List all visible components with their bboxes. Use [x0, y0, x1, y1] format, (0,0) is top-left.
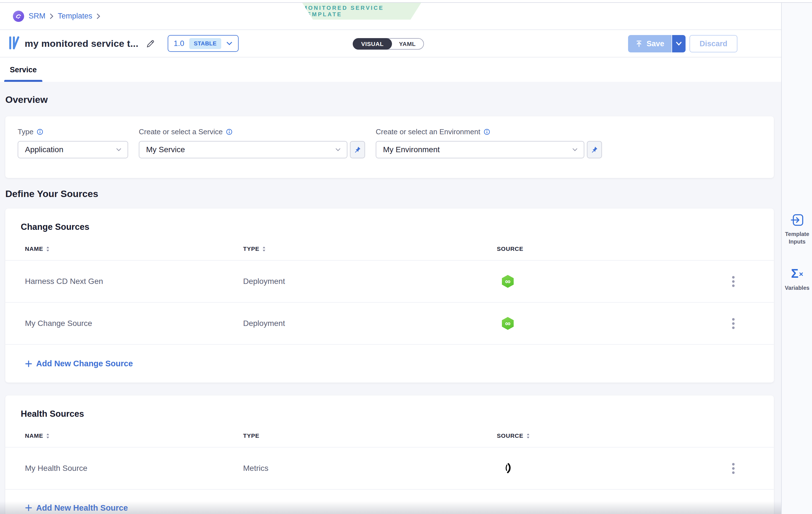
right-rail: Template Inputs Σ× Variables — [781, 3, 812, 514]
column-header-name[interactable]: NAME — [25, 245, 243, 252]
row-options-menu[interactable] — [730, 316, 737, 331]
scroll-shadow — [0, 501, 781, 514]
type-field-label: Type — [18, 127, 33, 136]
appdynamics-icon — [502, 462, 514, 474]
variables-label: Variables — [785, 284, 810, 292]
save-button-label: Save — [646, 39, 664, 48]
overview-card: Type Application Create o — [5, 116, 774, 178]
health-sources-title: Health Sources — [21, 409, 774, 419]
type-field: Type Application — [18, 127, 128, 178]
harness-cd-icon: ∞ — [502, 275, 514, 288]
sort-icon — [262, 246, 266, 252]
template-icon — [9, 36, 20, 51]
sort-icon — [526, 433, 530, 439]
overview-heading: Overview — [5, 82, 781, 105]
chevron-right-icon — [96, 13, 101, 20]
pushpin-icon — [354, 146, 361, 153]
toggle-visual[interactable]: VISUAL — [353, 38, 392, 50]
pin-service-button[interactable] — [350, 141, 365, 158]
change-source-type: Deployment — [243, 319, 497, 328]
change-sources-card: Change Sources NAME TYPE SOURCE Harness … — [5, 209, 774, 383]
edit-title-pencil-icon[interactable] — [146, 39, 155, 48]
variables-button[interactable]: Σ× Variables — [782, 267, 812, 292]
template-inputs-button[interactable]: Template Inputs — [782, 214, 812, 245]
type-select-value: Application — [25, 145, 63, 154]
template-inputs-label: Template Inputs — [782, 231, 812, 245]
chevron-down-icon — [226, 41, 232, 46]
info-icon[interactable] — [226, 129, 232, 135]
change-sources-header-row: NAME TYPE SOURCE — [5, 245, 774, 260]
change-source-name: Harness CD Next Gen — [25, 277, 243, 286]
upload-icon — [635, 40, 643, 48]
pin-environment-button[interactable] — [587, 141, 602, 158]
chevron-down-icon — [675, 41, 682, 46]
column-header-type: TYPE — [243, 432, 497, 439]
column-header-source[interactable]: SOURCE — [497, 432, 728, 439]
define-sources-heading: Define Your Sources — [5, 188, 781, 199]
plus-icon — [25, 360, 32, 367]
save-options-button[interactable] — [671, 35, 686, 52]
pushpin-icon — [591, 146, 598, 153]
chevron-right-icon — [49, 13, 54, 20]
column-header-name[interactable]: NAME — [25, 432, 243, 439]
breadcrumb-templates-link[interactable]: Templates — [58, 12, 92, 21]
title-actions: Save Discard — [628, 35, 737, 52]
version-selector[interactable]: 1.0 STABLE — [168, 35, 239, 52]
template-inputs-icon — [790, 214, 804, 226]
harness-cd-icon: ∞ — [502, 317, 514, 330]
active-tab-underline — [4, 80, 42, 82]
app-window: SRM Templates MONITORED SERVICE TEMPLATE… — [0, 0, 812, 514]
variables-icon: Σ× — [791, 267, 803, 280]
sort-icon — [46, 433, 50, 439]
column-header-type[interactable]: TYPE — [243, 245, 497, 252]
service-field: Create or select a Service My Service — [139, 127, 365, 178]
health-sources-card: Health Sources NAME TYPE SOURCE My Healt… — [5, 395, 774, 514]
health-source-row[interactable]: My Health Source Metrics — [5, 447, 774, 489]
service-field-label: Create or select a Service — [139, 127, 223, 136]
service-select-value: My Service — [146, 145, 185, 154]
discard-button[interactable]: Discard — [690, 35, 737, 52]
change-source-name: My Change Source — [25, 319, 243, 328]
row-options-menu[interactable] — [730, 461, 737, 476]
monitored-service-template-badge: MONITORED SERVICE TEMPLATE — [302, 3, 421, 20]
save-split-button: Save — [628, 35, 686, 52]
template-title-bar: my monitored service t... 1.0 STABLE VIS… — [0, 30, 781, 57]
chevron-down-icon — [572, 148, 578, 151]
environment-select-value: My Environment — [383, 145, 440, 154]
change-source-type: Deployment — [243, 277, 497, 286]
main-content: Overview Type Application — [0, 82, 781, 514]
change-source-row[interactable]: My Change Source Deployment ∞ — [5, 302, 774, 344]
info-icon[interactable] — [37, 129, 43, 135]
environment-select[interactable]: My Environment — [376, 141, 584, 158]
save-button[interactable]: Save — [628, 35, 671, 52]
health-source-type: Metrics — [243, 464, 497, 473]
tabs-bar: Service — [0, 58, 781, 82]
tab-service[interactable]: Service — [4, 58, 42, 82]
sort-icon — [46, 246, 50, 252]
change-sources-title: Change Sources — [21, 222, 774, 232]
chevron-down-icon — [116, 148, 121, 151]
type-select[interactable]: Application — [18, 141, 128, 158]
version-number: 1.0 — [174, 39, 184, 48]
column-header-source: SOURCE — [497, 245, 728, 252]
service-select[interactable]: My Service — [139, 141, 347, 158]
harness-logo-icon — [13, 11, 24, 22]
row-options-menu[interactable] — [730, 274, 737, 289]
environment-field: Create or select an Environment My Envir… — [376, 127, 602, 178]
health-sources-header-row: NAME TYPE SOURCE — [5, 432, 774, 447]
health-source-name: My Health Source — [25, 464, 243, 473]
add-new-change-source-button[interactable]: Add New Change Source — [25, 359, 133, 368]
change-source-row[interactable]: Harness CD Next Gen Deployment ∞ — [5, 260, 774, 302]
environment-field-label: Create or select an Environment — [376, 127, 480, 136]
add-change-source-row: Add New Change Source — [5, 344, 774, 383]
visual-yaml-toggle: VISUAL YAML — [353, 38, 424, 50]
info-icon[interactable] — [484, 129, 490, 135]
breadcrumb-srm-link[interactable]: SRM — [29, 12, 46, 21]
page-title: my monitored service t... — [25, 38, 139, 49]
version-status-badge: STABLE — [189, 38, 221, 49]
chevron-down-icon — [335, 148, 341, 151]
toggle-yaml[interactable]: YAML — [392, 38, 424, 50]
